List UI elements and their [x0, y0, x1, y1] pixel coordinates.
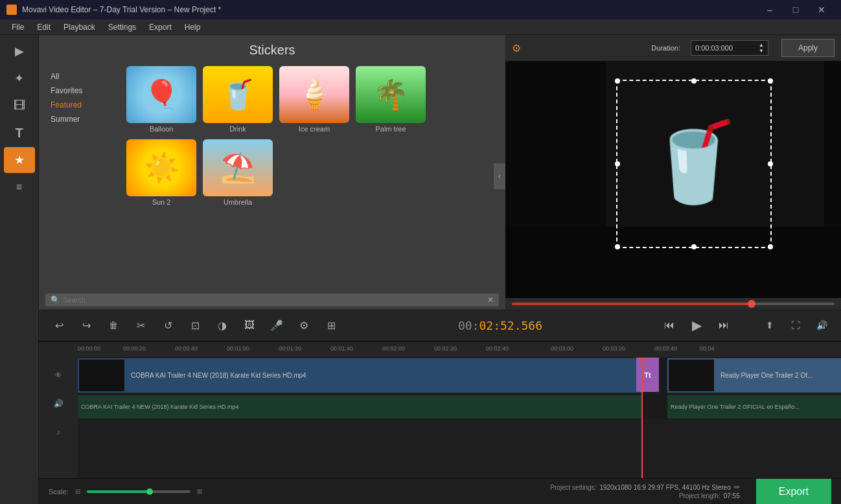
- category-featured[interactable]: Featured: [45, 98, 117, 112]
- sticker-palmtree-thumb[interactable]: 🌴: [356, 66, 426, 123]
- duration-label: Duration:: [651, 44, 680, 52]
- toolbar-transition[interactable]: 🎞: [4, 93, 35, 119]
- fullscreen-button[interactable]: ⛶: [786, 315, 805, 335]
- ruler-mark-2: 00:00:40: [175, 345, 198, 352]
- sticker-balloon[interactable]: 🎈 Balloon: [126, 66, 196, 133]
- undo-button[interactable]: ↩: [49, 315, 69, 336]
- video-thumb-1: [79, 360, 124, 391]
- sticker-icecream-label: Ice cream: [299, 125, 330, 133]
- sticker-drink[interactable]: 🥤 Drink: [203, 66, 273, 133]
- rewind-button[interactable]: ⏮: [659, 315, 680, 336]
- image-button[interactable]: 🖼: [239, 315, 260, 336]
- handle-tc[interactable]: [691, 78, 697, 84]
- preview-video: 🥤: [505, 61, 841, 298]
- search-clear-icon[interactable]: ✕: [487, 295, 494, 304]
- ruler-mark-10: 00:03:20: [603, 345, 625, 352]
- category-summer[interactable]: Summer: [45, 112, 117, 126]
- menu-edit[interactable]: Edit: [30, 21, 57, 33]
- stickers-panel: Stickers All Favorites Featured Summer 🎈: [39, 35, 505, 310]
- sticker-drink-thumb[interactable]: 🥤: [203, 66, 273, 123]
- sticker-row-2: ☀️ Sun 2 ⛱️ Umbrella: [126, 139, 490, 206]
- collapse-panel-button[interactable]: ‹: [494, 163, 505, 189]
- toolbar-text[interactable]: T: [4, 120, 35, 146]
- menu-settings[interactable]: Settings: [102, 21, 143, 33]
- track-music-button[interactable]: ♪: [56, 428, 60, 437]
- toolbar-sticker[interactable]: ★: [4, 147, 35, 173]
- project-info: Project settings: 1920x1080 16:9 29.97 F…: [550, 483, 740, 499]
- color-button[interactable]: ◑: [212, 315, 233, 336]
- category-all[interactable]: All: [45, 69, 117, 84]
- search-input[interactable]: [63, 296, 487, 304]
- video-clip-1[interactable]: COBRA KAI Trailer 4 NEW (2018) Karate Ki…: [78, 358, 641, 393]
- titlebar: Movavi Video Editor – 7-Day Trial Versio…: [0, 0, 841, 19]
- menu-export[interactable]: Export: [143, 21, 178, 33]
- duration-spinner[interactable]: ▲▼: [759, 42, 764, 54]
- scrubber-thumb[interactable]: [748, 300, 755, 308]
- category-favorites[interactable]: Favorites: [45, 84, 117, 98]
- audio-clip-1[interactable]: COBRA KAI Trailer 4 NEW (2018) Karate Ki…: [78, 395, 641, 418]
- sticker-umbrella-thumb[interactable]: ⛱️: [203, 139, 273, 196]
- sticker-umbrella[interactable]: ⛱️ Umbrella: [203, 139, 273, 206]
- menubar: File Edit Playback Settings Export Help: [0, 19, 841, 35]
- stickers-content: All Favorites Featured Summer 🎈 Balloon: [39, 63, 505, 290]
- maximize-button[interactable]: □: [783, 0, 809, 19]
- duration-value-field[interactable]: 0:00:03:000 ▲▼: [691, 40, 768, 56]
- bottom-bar: Scale: ⊟ ⊞ Project settings: 1920x1080 1…: [39, 478, 841, 504]
- playhead[interactable]: [641, 358, 643, 478]
- project-length-label: Project length:: [679, 492, 720, 499]
- forward-button[interactable]: ⏭: [713, 315, 734, 336]
- track-eye-button[interactable]: 👁: [54, 371, 62, 380]
- preview-scrubber[interactable]: [505, 298, 841, 310]
- project-length-value: 07:55: [724, 492, 740, 499]
- gear-icon[interactable]: ⚙: [512, 42, 521, 54]
- minimize-button[interactable]: –: [757, 0, 783, 19]
- preview-panel: ⚙ Duration: 0:00:03:000 ▲▼ Apply: [505, 35, 841, 310]
- toolbar-import[interactable]: ▶: [4, 38, 35, 64]
- duration-bar: ⚙ Duration: 0:00:03:000 ▲▼ Apply: [505, 35, 841, 61]
- apply-button[interactable]: Apply: [781, 39, 835, 57]
- scrubber-track[interactable]: [512, 303, 835, 305]
- edit-settings-icon[interactable]: ✏: [734, 483, 740, 492]
- scale-slider[interactable]: [87, 490, 190, 493]
- settings-button[interactable]: ⚙: [294, 315, 314, 336]
- volume-button[interactable]: 🔊: [812, 315, 831, 335]
- toolbar-magic[interactable]: ✦: [4, 65, 35, 91]
- stickers-search-bar[interactable]: 🔍 ✕: [45, 293, 499, 306]
- rotate-button[interactable]: ↺: [157, 315, 178, 336]
- crop-button[interactable]: ⊡: [185, 315, 205, 336]
- sticker-sun2[interactable]: ☀️ Sun 2: [126, 139, 196, 206]
- sticker-icecream[interactable]: 🍦 Ice cream: [279, 66, 349, 133]
- filter-button[interactable]: ⊞: [321, 315, 341, 336]
- redo-button[interactable]: ↪: [76, 315, 97, 336]
- menu-file[interactable]: File: [5, 21, 30, 33]
- handle-ml[interactable]: [615, 161, 620, 166]
- toolbar-filter[interactable]: ≡: [4, 174, 35, 200]
- menu-help[interactable]: Help: [178, 21, 207, 33]
- sticker-sun2-thumb[interactable]: ☀️: [126, 139, 196, 196]
- menu-playback[interactable]: Playback: [57, 21, 102, 33]
- export-button[interactable]: Export: [756, 479, 831, 505]
- sticker-icecream-thumb[interactable]: 🍦: [279, 66, 349, 123]
- handle-bc[interactable]: [691, 244, 697, 249]
- delete-button[interactable]: 🗑: [103, 315, 124, 336]
- sticker-palmtree[interactable]: 🌴 Palm tree: [356, 66, 426, 133]
- stickers-grid: 🎈 Balloon 🥤 Drink 🍦 Ice cream: [123, 63, 494, 290]
- selection-box[interactable]: [616, 80, 772, 248]
- scale-thumb[interactable]: [146, 488, 153, 495]
- export-icon-button[interactable]: ⬆: [760, 315, 779, 335]
- handle-mr[interactable]: [768, 161, 773, 166]
- close-button[interactable]: ✕: [809, 0, 835, 19]
- titlebar-left: Movavi Video Editor – 7-Day Trial Versio…: [6, 5, 221, 15]
- audio-button[interactable]: 🎤: [266, 315, 287, 336]
- text-overlay-marker[interactable]: Tt: [636, 358, 659, 392]
- scale-fill: [87, 490, 149, 493]
- cut-button[interactable]: ✂: [130, 315, 151, 336]
- timeline-ruler: 00:00:00 00:00:20 00:00:40 00:01:00 00:0…: [39, 342, 841, 358]
- sticker-umbrella-label: Umbrella: [224, 198, 252, 206]
- audio-clip-2[interactable]: Ready Player One Trailer 2 OFICIAL en Es…: [667, 395, 841, 418]
- sticker-balloon-thumb[interactable]: 🎈: [126, 66, 196, 123]
- play-button[interactable]: ▶: [686, 315, 707, 336]
- video-clip-2[interactable]: Ready Player One Trailer 2 Of...: [667, 358, 841, 393]
- handle-tl[interactable]: [615, 78, 620, 84]
- track-mute-button[interactable]: 🔊: [54, 399, 63, 408]
